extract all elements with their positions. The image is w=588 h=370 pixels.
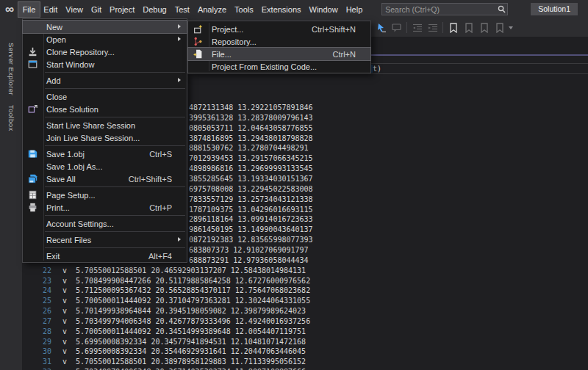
toggle-bookmark-icon[interactable] (445, 22, 461, 34)
menubar-item-extensions[interactable]: Extensions (257, 2, 305, 17)
menubar-item-view[interactable]: View (62, 2, 87, 17)
menu-item-open[interactable]: Open (23, 33, 187, 46)
toolbar-separator (442, 22, 443, 33)
comment-icon[interactable] (389, 22, 404, 34)
menu-item-close[interactable]: Close (23, 90, 187, 103)
code-line-partial[interactable]: 9861450195 13.14990043640137 (189, 225, 313, 235)
code-line-26[interactable]: 26v 5.701499938964844 20.3945198059082 1… (22, 306, 588, 316)
line-number[interactable]: 26 (22, 306, 51, 316)
menubar-item-git[interactable]: Git (87, 2, 105, 17)
line-number[interactable]: 24 (22, 286, 51, 296)
menubar-item-analyze[interactable]: Analyze (193, 2, 230, 17)
next-bookmark-icon[interactable] (476, 22, 492, 34)
menu-item-shortcut: Ctrl+Shift+S (129, 175, 172, 184)
code-line-partial[interactable]: 0805053711 12.04643058776855 (189, 123, 313, 134)
line-number[interactable]: 27 (22, 316, 51, 327)
menu-separator (45, 117, 185, 117)
code-line-23[interactable]: 23v 5.708499908447266 20.51179885864258 … (22, 276, 588, 286)
visual-studio-window: t) 4872131348 13.29221057891846399536132… (0, 0, 588, 370)
menu-item-clone-repository[interactable]: Clone Repository... (23, 46, 187, 58)
line-number[interactable]: 23 (22, 276, 51, 286)
line-number[interactable]: 30 (22, 347, 51, 357)
line-number[interactable]: 31 (22, 357, 51, 367)
code-line-28[interactable]: 28v 5.700500011444092 20.34514999389648 … (22, 327, 588, 337)
save-all-icon (28, 174, 38, 184)
menu-item-new[interactable]: New (23, 21, 187, 33)
menu-item-account-settings[interactable]: Account Settings... (23, 217, 187, 230)
code-line-32[interactable]: 32v 5.703499794006348 20.36714035302734 … (22, 367, 588, 370)
code-line-partial[interactable]: 688873291 12.97936058044434 (189, 255, 309, 266)
menubar-item-project[interactable]: Project (106, 2, 139, 17)
line-number[interactable]: 29 (22, 337, 51, 347)
menu-item-join-live-share-session[interactable]: Join Live Share Session... (23, 131, 187, 144)
bookmark-dropdown-icon[interactable] (509, 26, 513, 29)
line-number[interactable]: 28 (22, 327, 51, 337)
menu-item-repository[interactable]: Repository... (188, 35, 370, 48)
menubar-item-test[interactable]: Test (171, 2, 193, 17)
page-setup-icon (28, 190, 38, 200)
menu-item-label: Project From Existing Code... (212, 62, 365, 71)
indent-icon[interactable] (425, 22, 440, 34)
menu-item-recent-files[interactable]: Recent Files (23, 233, 187, 246)
menu-item-start-live-share-session[interactable]: Start Live Share Session (23, 119, 187, 131)
code-line-25[interactable]: 25v 5.700500011444092 20.37104797363281 … (22, 296, 588, 306)
menu-item-project-from-existing-code[interactable]: Project From Existing Code... (188, 60, 370, 73)
code-line-partial[interactable]: 3874816895 13.29438018798828 (189, 134, 313, 144)
quick-search (381, 3, 508, 15)
menu-separator (45, 145, 185, 146)
code-line-partial[interactable]: 6975708008 13.22945022583008 (189, 184, 313, 195)
menu-item-file[interactable]: File...Ctrl+N (188, 48, 370, 60)
menu-item-print[interactable]: Print...Ctrl+P (23, 201, 187, 214)
menu-item-label: Repository... (212, 37, 365, 46)
menubar-item-window[interactable]: Window (305, 2, 342, 17)
code-line-partial[interactable]: 0872192383 12.83565998077393 (189, 235, 313, 245)
code-line-29[interactable]: 29v 5.69950008392334 20.34577941894531 1… (22, 337, 588, 347)
menu-item-add[interactable]: Add (23, 74, 187, 87)
menu-item-close-solution[interactable]: Close Solution (23, 103, 187, 115)
code-line-partial[interactable]: 8881530762 13.2780704498291 (189, 143, 309, 153)
menu-item-save-1-obj[interactable]: Save 1.objCtrl+S (23, 148, 187, 160)
sidebar-tab-toolbox[interactable]: Toolbox (7, 105, 15, 131)
sidebar-tab-server-explorer[interactable]: Server Explorer (7, 43, 15, 95)
code-line-partial[interactable]: 3855285645 13.19334030151367 (189, 174, 313, 184)
clear-bookmarks-icon[interactable] (492, 22, 507, 34)
line-number[interactable]: 32 (22, 367, 51, 370)
code-line-partial[interactable]: 7012939453 13.29157066345215 (189, 153, 313, 164)
code-line-22[interactable]: 22v 5.70550012588501 20.46592903137207 1… (22, 266, 588, 276)
code-line-partial[interactable]: 3995361328 13.28378009796143 (189, 113, 313, 123)
menu-item-exit[interactable]: ExitAlt+F4 (23, 250, 187, 262)
selection-pointer-icon[interactable] (373, 22, 389, 34)
solution-badge[interactable]: Solution1 (531, 3, 578, 15)
code-line-27[interactable]: 27v 5.703499794006348 20.42677879333496 … (22, 316, 588, 327)
code-line-partial[interactable]: 1787109375 13.04296016693115 (189, 205, 313, 215)
code-line-24[interactable]: 24v 5.712500095367432 20.56528854370117 … (22, 286, 588, 296)
menubar-item-file[interactable]: File (18, 2, 40, 17)
main-menus: FileEditViewGitProjectDebugTestAnalyzeTo… (18, 0, 367, 18)
line-text: v 5.703499794006348 20.42677879333496 12… (62, 316, 310, 327)
menu-item-label: Save 1.obj (46, 150, 149, 159)
line-number[interactable]: 25 (22, 296, 51, 306)
previous-bookmark-icon[interactable] (461, 22, 476, 34)
code-line-partial[interactable]: 4872131348 13.29221057891846 (189, 103, 313, 113)
search-icon[interactable] (495, 3, 507, 16)
code-line-31[interactable]: 31v 5.70550012588501 20.38978958129883 1… (22, 357, 588, 367)
menu-item-label: Join Live Share Session... (46, 134, 181, 142)
code-line-partial[interactable]: 4898986816 13.29699993133545 (189, 164, 313, 174)
line-number[interactable]: 22 (22, 266, 51, 276)
code-line-30[interactable]: 30v 5.69950008392334 20.35446929931641 1… (22, 347, 588, 357)
menu-item-start-window[interactable]: Start Window (23, 58, 187, 70)
menubar-item-help[interactable]: Help (342, 2, 367, 17)
code-line-partial[interactable]: 7833557129 13.25734043121338 (189, 195, 313, 205)
code-line-partial[interactable]: 683807373 12.91027069091797 (189, 245, 309, 255)
current-line-visible-text: t) (373, 65, 381, 73)
menu-item-save-1-obj-as[interactable]: Save 1.obj As... (23, 160, 187, 173)
menubar-item-edit[interactable]: Edit (40, 2, 62, 17)
menu-item-project[interactable]: Project...Ctrl+Shift+N (188, 23, 370, 35)
code-line-partial[interactable]: 2896118164 13.09914016723633 (189, 214, 313, 225)
outdent-icon[interactable] (409, 22, 425, 34)
search-input[interactable] (382, 5, 495, 14)
menubar-item-debug[interactable]: Debug (139, 2, 171, 17)
menubar-item-tools[interactable]: Tools (231, 2, 258, 17)
menu-item-save-all[interactable]: Save AllCtrl+Shift+S (23, 173, 187, 185)
menu-item-page-setup[interactable]: Page Setup... (23, 189, 187, 201)
